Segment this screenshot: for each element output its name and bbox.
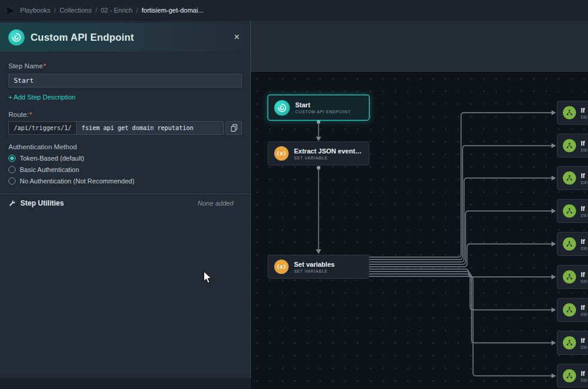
node-subtitle: CUSTOM API ENDPOINT [295, 110, 351, 114]
auth-option-basic[interactable]: Basic Authentication [8, 166, 242, 173]
radio-icon [8, 177, 16, 185]
step-utilities-status: None added [198, 200, 234, 207]
close-icon[interactable]: × [232, 31, 242, 43]
node-if-decision-8[interactable]: IfDECISION [557, 331, 588, 355]
add-step-description-link[interactable]: + Add Step Description [8, 94, 75, 101]
node-title: If [581, 337, 588, 344]
node-extract-json[interactable]: (x) Extract JSON event or inc... SET VAR… [268, 141, 369, 165]
route-prefix: /api/triggers/1/ [8, 121, 76, 135]
decision-icon [563, 204, 576, 218]
node-if-decision-5[interactable]: IfDECISION [557, 232, 588, 256]
playbook-logo-icon[interactable]: ▶ [7, 5, 14, 14]
node-subtitle: SET VARIABLE [294, 269, 335, 273]
node-subtitle: DECISION [581, 180, 588, 185]
breadcrumb-separator: / [136, 7, 138, 14]
step-name-input[interactable] [8, 74, 242, 88]
breadcrumb-item-collections[interactable]: Collections [59, 7, 92, 14]
node-subtitle: DECISION [581, 115, 588, 119]
canvas-header-area [251, 20, 588, 73]
step-utilities-section[interactable]: Step Utilities None added [8, 199, 242, 207]
panel-header: Custom API Endpoint × [0, 23, 250, 52]
decision-icon [563, 106, 576, 119]
decision-icon [563, 336, 576, 349]
node-title: If [581, 205, 588, 212]
step-config-panel: Custom API Endpoint × Step Name* + Add S… [0, 20, 251, 378]
node-subtitle: DECISION [581, 345, 588, 349]
node-if-decision-9[interactable]: IfDECISION [557, 364, 588, 388]
breadcrumb-separator: / [54, 7, 56, 14]
node-title: If [581, 304, 588, 311]
node-if-decision-7[interactable]: IfDECISION [557, 298, 588, 322]
node-subtitle: DECISION [581, 312, 588, 316]
node-subtitle: SET VARIABLE [294, 156, 363, 160]
panel-title: Custom API Endpoint [31, 32, 226, 43]
custom-api-endpoint-icon [274, 100, 290, 116]
node-subtitle: DECISION [581, 213, 588, 218]
breadcrumb-item-collection-name[interactable]: 02 - Enrich [101, 7, 132, 14]
decision-icon [563, 369, 576, 382]
set-variable-icon: (x) [274, 260, 289, 274]
node-if-decision-3[interactable]: IfDECISION [557, 166, 588, 190]
node-title: If [581, 140, 588, 147]
auth-method-label: Authentication Method [8, 143, 242, 150]
breadcrumb-bar: ▶ Playbooks / Collections / 02 - Enrich … [0, 0, 588, 20]
required-marker: * [44, 62, 46, 70]
node-if-decision-2[interactable]: IfDECISION [557, 134, 588, 158]
route-input[interactable] [76, 121, 224, 135]
auth-option-token-based[interactable]: Token-Based (default) [8, 155, 242, 162]
node-title: If [581, 172, 588, 179]
custom-api-endpoint-icon [8, 29, 25, 46]
node-title: Set variables [294, 261, 335, 268]
decision-icon [563, 303, 576, 316]
auth-option-label: Basic Authentication [20, 166, 79, 173]
auth-option-none[interactable]: No Authentication (Not Recommended) [8, 177, 242, 185]
breadcrumb-separator: / [95, 7, 97, 14]
node-subtitle: DECISION [581, 148, 588, 152]
breadcrumb: Playbooks / Collections / 02 - Enrich / … [20, 7, 204, 14]
breadcrumb-item-playbooks[interactable]: Playbooks [20, 7, 51, 14]
node-start[interactable]: Start CUSTOM API ENDPOINT [268, 95, 369, 120]
step-name-label: Step Name* [8, 62, 46, 70]
node-title: If [581, 370, 588, 377]
wrench-icon [8, 200, 16, 207]
radio-icon [8, 155, 16, 162]
set-variable-icon: (x) [274, 146, 289, 161]
node-subtitle: DECISION [581, 246, 588, 251]
node-set-variables[interactable]: (x) Set variables SET VARIABLE [268, 255, 369, 279]
node-title: Extract JSON event or inc... [294, 147, 363, 155]
auth-option-label: Token-Based (default) [20, 155, 84, 162]
decision-icon [563, 139, 576, 152]
copy-icon [231, 124, 238, 132]
node-subtitle: DECISION [581, 378, 588, 382]
required-marker: * [29, 111, 32, 118]
decision-icon [563, 237, 576, 251]
node-title: If [581, 271, 588, 278]
radio-icon [8, 166, 16, 173]
step-utilities-label: Step Utilities [20, 199, 193, 207]
playbook-editor-window: ▶ Playbooks / Collections / 02 - Enrich … [0, 0, 588, 389]
node-title: If [581, 107, 588, 114]
node-title: If [581, 238, 588, 245]
node-if-decision-6[interactable]: IfDECISION [557, 265, 588, 289]
panel-footer [0, 378, 251, 389]
node-title: Start [295, 101, 351, 108]
auth-option-label: No Authentication (Not Recommended) [20, 177, 134, 185]
copy-route-button[interactable] [226, 121, 242, 135]
route-input-group: /api/triggers/1/ [8, 121, 242, 135]
decision-icon [563, 171, 576, 185]
section-divider [0, 194, 250, 194]
route-label: Route:* [8, 111, 242, 118]
node-if-decision-4[interactable]: IfDECISION [557, 199, 588, 223]
decision-icon [563, 270, 576, 284]
breadcrumb-current-playbook: fortisiem-get-domai... [142, 7, 204, 14]
node-subtitle: DECISION [581, 279, 588, 284]
node-if-decision-1[interactable]: IfDECISION [557, 101, 588, 125]
